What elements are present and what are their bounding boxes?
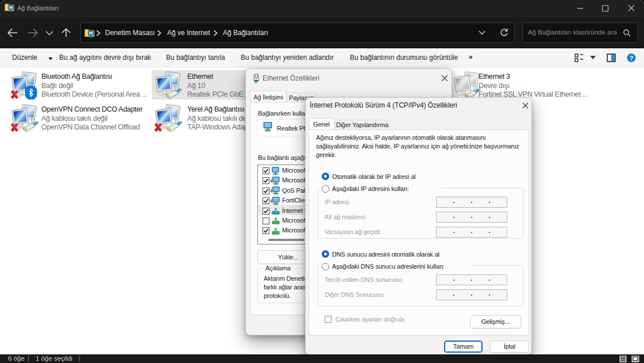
svg-text:?: ? (630, 55, 634, 62)
